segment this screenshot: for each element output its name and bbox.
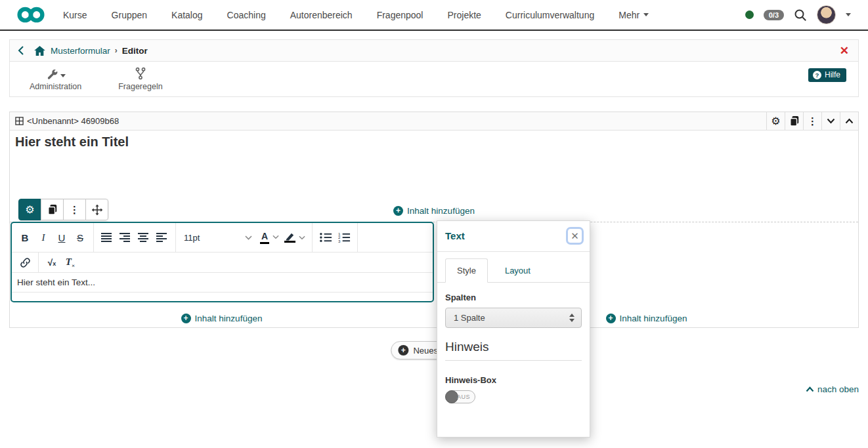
richtext-editor: B I U S 11pt (11, 222, 434, 302)
add-content-link-right-column[interactable]: + Inhalt hinzufügen (606, 314, 687, 323)
text-color-a-icon: A (260, 231, 269, 244)
chevron-up-icon (806, 386, 814, 392)
block-floating-toolbar: ⚙ ⋮ (18, 199, 108, 220)
grid-layout-icon (15, 117, 24, 125)
nav-item-katalog[interactable]: Katalog (171, 10, 202, 20)
dialog-tabs: Style Layout (437, 258, 590, 283)
app-logo-infinity-icon[interactable] (17, 5, 45, 24)
frageregeln-button[interactable]: Frageregeln (118, 67, 162, 91)
nav-item-mehr[interactable]: Mehr (618, 10, 649, 20)
text-color-button[interactable]: A (257, 231, 282, 244)
wrench-icon (46, 68, 58, 80)
breadcrumb-separator-icon: › (115, 46, 118, 55)
dialog-title: Text (445, 230, 465, 241)
hinweis-divider (445, 360, 582, 361)
branch-rules-icon (135, 67, 146, 80)
hinweis-heading: Hinweis (445, 340, 582, 354)
chevron-down-icon (272, 235, 279, 239)
block-expand-button[interactable] (840, 112, 858, 130)
bold-button[interactable]: B (16, 228, 34, 247)
user-avatar[interactable] (817, 5, 836, 24)
hinweis-box-label: Hinweis-Box (445, 375, 582, 385)
block-header-title: <Unbenannt> 46909b68 (15, 116, 119, 126)
plus-circle-icon: + (606, 314, 616, 323)
chevron-down-icon (299, 235, 305, 240)
chevron-down-icon (643, 13, 649, 16)
font-size-select[interactable]: 11pt (180, 228, 257, 247)
block-header-name: <Unbenannt> 46909b68 (27, 116, 119, 126)
move-arrows-icon (91, 204, 103, 216)
user-menu-chevron-down-icon[interactable] (846, 13, 851, 16)
spalten-selected-value: 1 Spalte (454, 313, 485, 323)
spalten-select[interactable]: 1 Spalte (445, 308, 582, 328)
chevron-down-icon (827, 118, 835, 124)
gear-icon: ⚙ (771, 116, 780, 127)
nav-item-coaching[interactable]: Coaching (227, 10, 266, 20)
element-more-menu-button[interactable]: ⋮ (63, 199, 86, 220)
gear-icon: ⚙ (25, 205, 34, 215)
element-settings-button[interactable]: ⚙ (18, 199, 41, 220)
block-collapse-button[interactable] (821, 112, 840, 130)
nav-item-fragenpool[interactable]: Fragenpool (377, 10, 423, 20)
element-move-button[interactable] (85, 199, 108, 220)
administration-label: Administration (30, 82, 81, 91)
tab-style[interactable]: Style (445, 258, 488, 283)
bullet-list-button[interactable] (316, 228, 335, 247)
back-to-top-link[interactable]: nach oben (806, 384, 859, 394)
add-content-label: Inhalt hinzufügen (407, 206, 475, 216)
kebab-menu-icon: ⋮ (70, 205, 79, 214)
nav-item-projekte[interactable]: Projekte (447, 10, 481, 20)
breadcrumb-home-link[interactable]: Musterformular (34, 46, 110, 56)
form-title-text[interactable]: Hier steht ein Titel (15, 134, 129, 150)
italic-button[interactable]: I (34, 228, 53, 247)
insert-link-button[interactable] (16, 253, 34, 272)
highlight-color-button[interactable] (282, 232, 308, 243)
text-settings-dialog: Text ✕ Style Layout Spalten 1 Spalte Hin… (437, 220, 590, 438)
nav-item-kurse[interactable]: Kurse (63, 10, 87, 20)
tab-layout[interactable]: Layout (505, 259, 531, 282)
align-justify-button[interactable] (98, 228, 116, 247)
nav-item-curriculumverwaltung[interactable]: Curriculumverwaltung (506, 10, 594, 20)
hinweis-box-toggle[interactable]: AUS (445, 390, 475, 403)
clear-formatting-button[interactable]: T× (61, 253, 79, 272)
toggle-state-label: AUS (457, 394, 470, 400)
align-center-button[interactable] (135, 228, 153, 247)
nav-item-gruppen[interactable]: Gruppen (112, 10, 147, 20)
kebab-menu-icon: ⋮ (808, 116, 817, 126)
hilfe-button[interactable]: ? Hilfe (808, 68, 846, 82)
breadcrumb-current: Editor (122, 46, 148, 56)
spalten-label: Spalten (445, 293, 582, 302)
nav-item-mehr-label: Mehr (618, 10, 640, 20)
element-duplicate-button[interactable] (41, 199, 64, 220)
close-tab-icon[interactable]: ✕ (840, 44, 849, 58)
add-content-link-left-column[interactable]: + Inhalt hinzufügen (181, 314, 263, 323)
align-right-button[interactable] (116, 228, 135, 247)
form-element-block: <Unbenannt> 46909b68 ⚙ ⋮ Hier steht ein … (9, 112, 859, 328)
math-formula-button[interactable]: √x (43, 253, 61, 272)
breadcrumb-link-label: Musterformular (51, 46, 110, 56)
underline-button[interactable]: U (53, 228, 71, 247)
editor-text-content[interactable]: Hier steht ein Text... (12, 273, 433, 293)
plus-circle-icon: + (181, 314, 191, 323)
strikethrough-button[interactable]: S (71, 228, 89, 247)
numbered-list-button[interactable]: 123 (335, 228, 353, 247)
dialog-close-icon[interactable]: ✕ (566, 227, 584, 245)
home-icon (34, 46, 45, 56)
add-content-link-top[interactable]: + Inhalt hinzufügen (393, 206, 475, 216)
copy-icon (47, 204, 58, 215)
administration-menu-button[interactable]: Administration (30, 67, 81, 91)
chevron-up-icon (845, 118, 854, 124)
dialog-body: Spalten 1 Spalte Hinweis Hinweis-Box AUS (437, 293, 590, 403)
help-question-icon: ? (813, 71, 821, 79)
editor-tools-row: Administration Frageregeln ? Hilfe (9, 62, 859, 97)
notification-counter-badge[interactable]: 0/3 (764, 10, 784, 20)
nav-item-autorenbereich[interactable]: Autorenbereich (290, 10, 353, 20)
block-duplicate-button[interactable] (785, 112, 803, 130)
block-settings-button[interactable]: ⚙ (766, 112, 785, 130)
top-navbar: Kurse Gruppen Katalog Coaching Autorenbe… (0, 0, 868, 31)
align-left-button[interactable] (153, 228, 171, 247)
search-icon[interactable] (794, 9, 807, 22)
dialog-header: Text ✕ (437, 221, 590, 252)
block-more-menu-button[interactable]: ⋮ (803, 112, 821, 130)
back-chevron-left-icon[interactable] (18, 46, 24, 55)
